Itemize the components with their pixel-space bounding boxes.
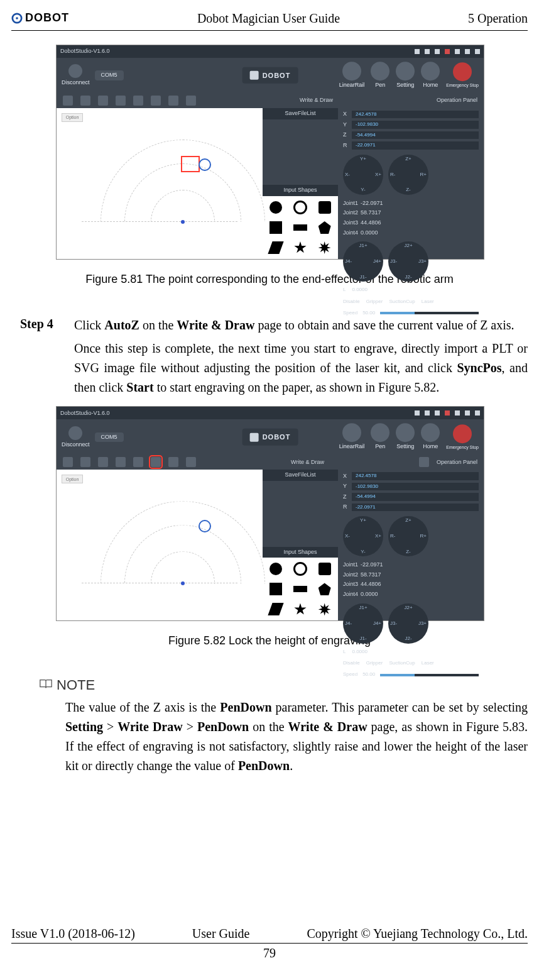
- open-button[interactable]: [80, 457, 90, 467]
- autoz-button[interactable]: [151, 96, 161, 106]
- speed-label: Speed: [343, 671, 357, 678]
- emergency-stop-button[interactable]: Emergency Stop: [446, 424, 479, 450]
- zr-dial[interactable]: Z+Z-R-R+: [388, 516, 428, 556]
- syncpos-button[interactable]: [168, 96, 178, 106]
- new-button[interactable]: [63, 457, 73, 467]
- restore-icon[interactable]: [465, 410, 470, 416]
- close-icon[interactable]: [475, 49, 480, 54]
- autoz-button[interactable]: [151, 457, 161, 467]
- speed-slider[interactable]: [380, 674, 479, 676]
- pen-toggle[interactable]: Pen: [371, 424, 389, 451]
- shape-burst[interactable]: [318, 241, 331, 254]
- download-button[interactable]: [133, 457, 143, 467]
- shape-burst[interactable]: [318, 603, 331, 615]
- shape-circle-outline[interactable]: [293, 562, 307, 576]
- j1j4-dial[interactable]: J1+J1-J4-J4+: [343, 603, 383, 644]
- emergency-stop-button[interactable]: Emergency Stop: [446, 62, 479, 88]
- open-button[interactable]: [80, 96, 90, 106]
- coord-l: 0.0000: [352, 287, 367, 293]
- draw-canvas[interactable]: Option: [57, 108, 263, 259]
- coord-x: 242.4578: [352, 111, 479, 118]
- min-icon[interactable]: [415, 410, 420, 416]
- end-effector-point-icon: [199, 158, 211, 171]
- sub-toolbar: Write & Draw Operation Panel: [57, 93, 484, 108]
- speed-value: 50.00: [362, 310, 375, 316]
- option-button[interactable]: Option: [62, 475, 83, 483]
- shape-circle-outline[interactable]: [293, 201, 307, 214]
- speed-slider[interactable]: [380, 312, 479, 314]
- minimize-icon[interactable]: [455, 49, 460, 54]
- draw-canvas[interactable]: Option: [57, 470, 263, 620]
- zr-dial[interactable]: Z+Z-R-R+: [388, 155, 428, 195]
- saveas-button[interactable]: [116, 96, 126, 106]
- download-button[interactable]: [133, 96, 143, 106]
- shape-parallelogram[interactable]: [268, 241, 284, 254]
- option-button[interactable]: Option: [62, 113, 83, 122]
- shape-rounded-square[interactable]: [318, 563, 331, 575]
- saveas-button[interactable]: [116, 457, 126, 467]
- new-button[interactable]: [63, 96, 73, 106]
- bug-icon[interactable]: [445, 410, 450, 416]
- save-button[interactable]: [98, 457, 108, 467]
- disconnect-button[interactable]: Disconnect: [62, 426, 90, 449]
- restore-icon[interactable]: [465, 49, 470, 54]
- com-port[interactable]: COM5: [95, 432, 124, 443]
- com-port[interactable]: COM5: [95, 70, 124, 80]
- j2j3-dial[interactable]: J2+J2-J3-J3+: [388, 603, 428, 644]
- shape-square[interactable]: [270, 583, 282, 595]
- shape-parallelogram[interactable]: [268, 603, 284, 615]
- shape-pentagon[interactable]: [318, 583, 331, 595]
- home-button[interactable]: Home: [421, 424, 440, 451]
- logo: DOBOT: [11, 11, 69, 25]
- save-button[interactable]: [98, 96, 108, 106]
- joint1: -22.0971: [361, 561, 479, 569]
- shape-rectangle[interactable]: [293, 586, 307, 592]
- j2j3-dial[interactable]: J2+J2-J3-J3+: [388, 241, 428, 282]
- pen-toggle[interactable]: Pen: [371, 62, 389, 89]
- note-title: NOTE: [57, 676, 95, 695]
- xy-dial[interactable]: Y+Y-X-X+: [343, 155, 383, 195]
- disconnect-button[interactable]: Disconnect: [62, 64, 90, 87]
- eff-laser[interactable]: Laser: [422, 299, 434, 305]
- shape-star[interactable]: [294, 241, 307, 254]
- eff-laser[interactable]: Laser: [422, 660, 434, 666]
- shape-rectangle[interactable]: [293, 224, 307, 231]
- eff-gripper[interactable]: Gripper: [366, 299, 383, 305]
- eff-suction[interactable]: SuctionCup: [389, 660, 415, 666]
- bug-icon[interactable]: [445, 49, 450, 54]
- shape-rounded-square[interactable]: [318, 201, 331, 214]
- home-button[interactable]: Home: [421, 62, 440, 89]
- setting-button[interactable]: Setting: [396, 424, 415, 451]
- min-icon[interactable]: [415, 49, 420, 54]
- eff-suction[interactable]: SuctionCup: [389, 299, 415, 305]
- section-title: 5 Operation: [468, 10, 528, 26]
- disable-label[interactable]: Disable: [343, 299, 360, 305]
- start-button[interactable]: [186, 457, 196, 467]
- linear-rail-toggle[interactable]: LinearRail: [339, 62, 365, 89]
- start-button[interactable]: [186, 96, 196, 106]
- exit-button[interactable]: [419, 457, 429, 467]
- syncpos-button[interactable]: [168, 457, 178, 467]
- j1j4-dial[interactable]: J1+J1-J4-J4+: [343, 241, 383, 282]
- doc-title: Dobot Magician User Guide: [197, 10, 340, 26]
- coord-x: 242.4578: [352, 472, 479, 480]
- shape-circle-filled[interactable]: [270, 201, 282, 214]
- disable-label[interactable]: Disable: [343, 660, 360, 666]
- screenshot-581: DobotStudio-V1.6.0 Disconnect COM5 DOBOT…: [56, 45, 484, 260]
- close-icon[interactable]: [475, 410, 480, 416]
- max-icon[interactable]: [425, 410, 430, 416]
- main-toolbar: Disconnect COM5 DOBOT LinearRail Pen Set…: [57, 58, 484, 93]
- eff-gripper[interactable]: Gripper: [366, 660, 383, 666]
- shape-square[interactable]: [270, 221, 282, 234]
- max-icon[interactable]: [425, 49, 430, 54]
- setting-button[interactable]: Setting: [396, 62, 415, 89]
- shape-circle-filled[interactable]: [270, 563, 282, 575]
- shape-star[interactable]: [294, 603, 307, 615]
- minimize-icon[interactable]: [455, 410, 460, 416]
- shape-pentagon[interactable]: [318, 221, 331, 234]
- coord-y: -102.9830: [352, 121, 479, 128]
- help-icon[interactable]: [435, 410, 440, 416]
- linear-rail-toggle[interactable]: LinearRail: [339, 424, 365, 451]
- help-icon[interactable]: [435, 49, 440, 54]
- xy-dial[interactable]: Y+Y-X-X+: [343, 516, 383, 556]
